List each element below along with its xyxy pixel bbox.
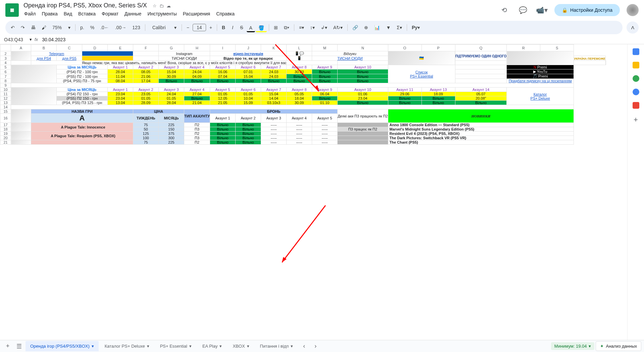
cell[interactable]: Resident Evil 4 (2023) (PS4, PS5, XBOX) — [388, 132, 574, 136]
cell[interactable]: Anno 1800 Console Edition — Standard (PS… — [388, 123, 574, 127]
font-select[interactable]: Calibri — [147, 23, 171, 32]
cell[interactable]: Акаунт 5 — [312, 114, 338, 123]
cell[interactable]: 15.09 — [236, 101, 261, 105]
col-header[interactable]: D — [82, 45, 108, 51]
cell[interactable] — [11, 123, 31, 132]
cell[interactable]: (PS4, PS5) П3 - 75 грн — [57, 79, 108, 83]
cell[interactable]: Вільно — [338, 69, 388, 74]
cell[interactable]: 14.04 — [261, 96, 287, 101]
cell[interactable]: (PS5) П2 150 - грн — [57, 96, 108, 101]
filter-button[interactable]: ▼ — [383, 23, 393, 32]
cell[interactable] — [338, 140, 388, 145]
cell[interactable]: ----- — [287, 127, 312, 132]
paint-format-button[interactable]: 🖌 — [39, 23, 49, 32]
cell[interactable]: 23.04 — [338, 96, 388, 101]
cell[interactable]: 01.05 — [133, 96, 159, 101]
functions-button[interactable]: Σ▾ — [394, 23, 405, 32]
row-header[interactable]: 18 — [0, 127, 11, 132]
cell[interactable] — [338, 61, 388, 65]
col-header[interactable]: P — [422, 45, 455, 51]
cell[interactable]: 18.09 — [422, 92, 455, 96]
cell[interactable]: 21.05 — [210, 101, 236, 105]
col-header[interactable]: E — [108, 45, 133, 51]
cell[interactable]: НОВИНКИ — [388, 109, 574, 123]
cell[interactable]: Вільно — [236, 79, 261, 83]
cell[interactable]: (PS4) П2 150 - грн — [57, 92, 108, 96]
cell[interactable]: СписокPS+ Essential — [388, 65, 455, 83]
cell[interactable]: Акаунт 8 — [287, 65, 312, 69]
cell[interactable]: Вільно — [312, 96, 338, 101]
text-color-button[interactable]: A — [247, 23, 255, 32]
formula-input[interactable]: 30.04.2023 — [41, 36, 641, 44]
cell[interactable]: Акаунт 2 — [133, 65, 159, 69]
cell[interactable]: Вільно — [184, 79, 210, 83]
cell[interactable]: 21.04 — [184, 101, 210, 105]
cell[interactable]: 28.09 — [133, 101, 159, 105]
cell[interactable]: Акаунт 11 — [388, 88, 422, 92]
cell[interactable]: 30.03 — [287, 69, 312, 74]
cell[interactable] — [82, 51, 133, 56]
row-header[interactable]: 11 — [0, 92, 11, 96]
cell[interactable]: 24.03 — [261, 74, 287, 79]
maps-icon[interactable] — [633, 102, 639, 109]
menu-файл[interactable]: Файл — [21, 10, 38, 18]
menu-данные[interactable]: Данные — [122, 10, 144, 18]
cell[interactable]: 16.06 — [210, 69, 236, 74]
col-header[interactable]: Q — [455, 45, 507, 51]
valign-button[interactable]: ↕▾ — [307, 23, 317, 32]
cell[interactable]: Вільно — [338, 74, 388, 79]
cell[interactable]: ----- — [312, 127, 338, 132]
cell[interactable]: Вільно — [338, 101, 388, 105]
cell[interactable]: ЦІНА — [133, 109, 184, 114]
row-header[interactable]: 20 — [0, 136, 11, 140]
cell[interactable]: Акаунт 9 — [312, 88, 338, 92]
cell[interactable]: Вільно — [422, 101, 455, 105]
keep-icon[interactable] — [633, 62, 639, 68]
borders-button[interactable]: ⊞ — [271, 23, 281, 32]
cell[interactable]: 15.04 — [159, 69, 184, 74]
sheet-tab[interactable]: Каталог PS+ Deluxe ▾ — [100, 341, 154, 351]
cell[interactable]: Акаунт 4 — [287, 114, 312, 123]
cell[interactable]: 150 — [159, 127, 184, 132]
cell[interactable]: The Dark Pictures: Switchback VR (PS5 VR… — [388, 136, 574, 140]
cell[interactable]: ▶ YouTu — [507, 69, 574, 74]
cell[interactable]: 05.05 — [287, 92, 312, 96]
comment-button[interactable]: ⊕ — [361, 23, 371, 32]
cell[interactable]: Вільно — [210, 127, 236, 132]
cell[interactable]: ТИЖДЕНЬ — [133, 114, 159, 123]
font-size-decrease[interactable]: − — [184, 23, 192, 32]
cell[interactable]: 12.05 — [210, 96, 236, 101]
row-header[interactable]: 15 — [0, 109, 11, 114]
cell[interactable]: The Chant (PS5) — [388, 140, 574, 145]
rotate-button[interactable]: A↻▾ — [331, 23, 345, 32]
cell[interactable]: Вільно — [236, 136, 261, 140]
cell[interactable]: Відео про те, як це працює — [210, 56, 287, 61]
row-header[interactable]: 16 — [0, 114, 11, 123]
cell[interactable]: Акаунт 3 — [159, 65, 184, 69]
sheet-tab[interactable]: PS+ Essential ▾ — [155, 341, 196, 351]
cell[interactable] — [455, 65, 507, 69]
cell[interactable]: Вільно — [338, 79, 388, 83]
cell[interactable] — [133, 56, 159, 61]
cell[interactable]: 24.04 — [159, 92, 184, 96]
cell[interactable] — [11, 132, 31, 140]
cell[interactable] — [455, 79, 507, 83]
cell[interactable]: Ціна за МІСЯЦЬ — [57, 88, 108, 92]
cell[interactable]: 75 — [133, 140, 159, 145]
cell[interactable]: Акаунт 14 — [455, 88, 507, 92]
cell[interactable]: 125 — [133, 132, 159, 136]
col-header[interactable]: J — [236, 45, 261, 51]
comments-icon[interactable]: 💬 — [517, 4, 529, 16]
cell[interactable]: Акаунт 7 — [261, 88, 287, 92]
cell[interactable]: 08.05 — [133, 69, 159, 74]
cell[interactable]: 🎵 Premi — [507, 74, 574, 79]
halign-button[interactable]: ≡▾ — [296, 23, 307, 32]
cell[interactable] — [11, 65, 57, 83]
cell[interactable]: Вільно — [236, 140, 261, 145]
cell[interactable]: МІСЯЦЬ — [159, 114, 184, 123]
cell[interactable]: 23.04 — [108, 92, 133, 96]
cell[interactable]: для PS5 — [57, 56, 82, 61]
row-header[interactable]: 19 — [0, 132, 11, 136]
cell[interactable] — [11, 51, 31, 61]
cell[interactable]: ----- — [261, 136, 287, 140]
